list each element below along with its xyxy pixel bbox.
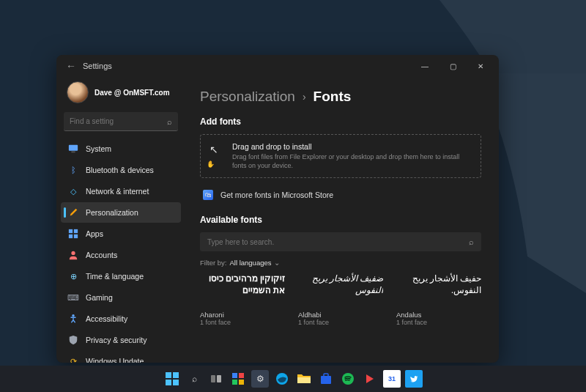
sidebar-item-label: Network & internet xyxy=(86,187,149,196)
sidebar-item-apps[interactable]: Apps xyxy=(61,223,181,244)
twitter-icon[interactable] xyxy=(405,370,423,388)
svg-rect-5 xyxy=(74,234,78,238)
wifi-icon: ◇ xyxy=(68,186,78,196)
svg-rect-8 xyxy=(166,372,171,378)
task-view-icon[interactable] xyxy=(207,370,225,388)
store-icon: 🛍 xyxy=(203,190,213,200)
font-search[interactable]: ⌕ xyxy=(200,232,481,251)
maximize-button[interactable]: ▢ xyxy=(440,57,465,75)
svg-rect-16 xyxy=(232,380,237,385)
svg-rect-3 xyxy=(74,229,78,233)
svg-rect-10 xyxy=(166,380,171,385)
drag-cursor-icon: ↖✋ xyxy=(209,144,223,167)
settings-taskbar-icon[interactable]: ⚙ xyxy=(251,370,269,388)
sidebar-item-personalization[interactable]: Personalization xyxy=(61,202,181,223)
spotify-icon[interactable] xyxy=(339,370,357,388)
back-button[interactable]: ← xyxy=(62,60,80,72)
widgets-icon[interactable] xyxy=(229,370,247,388)
sidebar-item-label: Privacy & security xyxy=(86,336,146,344)
sidebar-item-network[interactable]: ◇ Network & internet xyxy=(61,181,181,201)
font-drop-zone[interactable]: ↖✋ Drag and drop to install Drag font fi… xyxy=(200,134,481,178)
chevron-right-icon: › xyxy=(303,91,306,103)
svg-rect-1 xyxy=(71,152,75,153)
fonts-grid: זיקוקין מרהיבים כיסו את השמיים Aharoni 1… xyxy=(200,273,481,326)
edge-icon[interactable] xyxy=(273,370,291,388)
close-button[interactable]: ✕ xyxy=(468,57,493,75)
store-link[interactable]: 🛍 Get more fonts in Microsoft Store xyxy=(200,185,481,210)
sidebar-item-label: System xyxy=(86,144,111,153)
settings-search-input[interactable] xyxy=(70,117,167,125)
breadcrumb-parent[interactable]: Personalization xyxy=(200,89,295,105)
sidebar-item-label: Bluetooth & devices xyxy=(86,166,154,174)
svg-point-22 xyxy=(342,373,354,385)
font-filter[interactable]: Filter by: All languages ⌄ xyxy=(200,259,481,267)
sidebar-item-accounts[interactable]: Accounts xyxy=(61,245,181,265)
explorer-icon[interactable] xyxy=(295,370,313,388)
sidebar-item-label: Accounts xyxy=(86,251,117,259)
sidebar-item-label: Gaming xyxy=(86,293,113,302)
settings-window: ← Settings ― ▢ ✕ Dave @ OnMSFT.com ⌕ Sys… xyxy=(56,55,499,363)
globe-icon: ⊕ xyxy=(68,271,78,281)
available-fonts-heading: Available fonts xyxy=(200,215,481,225)
sidebar: Dave @ OnMSFT.com ⌕ System ᛒ Bluetooth &… xyxy=(56,77,185,363)
search-icon: ⌕ xyxy=(167,117,172,126)
media-player-icon[interactable] xyxy=(361,370,379,388)
gaming-icon: ⌨ xyxy=(68,292,78,303)
sidebar-item-time[interactable]: ⊕ Time & language xyxy=(61,266,181,286)
drop-zone-title: Drag and drop to install xyxy=(232,142,472,151)
settings-search[interactable]: ⌕ xyxy=(64,112,178,131)
main-content: Personalization › Fonts Add fonts ↖✋ Dra… xyxy=(185,77,499,363)
system-icon xyxy=(68,144,78,154)
font-faces: 1 font face xyxy=(298,319,383,326)
titlebar: ← Settings ― ▢ ✕ xyxy=(56,55,499,77)
font-preview: حفيف الأشجار يريح النفوس. xyxy=(396,273,481,303)
svg-rect-15 xyxy=(239,373,244,378)
svg-rect-9 xyxy=(173,372,179,378)
page-title: Fonts xyxy=(314,89,352,105)
font-faces: 1 font face xyxy=(396,319,481,326)
sidebar-item-label: Personalization xyxy=(86,208,138,217)
window-title: Settings xyxy=(83,62,112,70)
drop-zone-description: Drag font files from File Explorer or yo… xyxy=(232,152,472,170)
accessibility-icon xyxy=(68,314,78,324)
chevron-down-icon: ⌄ xyxy=(274,259,280,267)
font-name: Aharoni xyxy=(200,311,285,319)
sidebar-item-gaming[interactable]: ⌨ Gaming xyxy=(61,287,181,308)
sidebar-item-system[interactable]: System xyxy=(61,138,181,159)
search-icon: ⌕ xyxy=(469,237,474,246)
svg-rect-12 xyxy=(211,375,215,382)
store-link-label: Get more fonts in Microsoft Store xyxy=(220,191,333,199)
start-button[interactable] xyxy=(163,370,181,388)
sidebar-item-label: Apps xyxy=(86,229,103,238)
store-taskbar-icon[interactable] xyxy=(317,370,335,388)
font-card-aldhabi[interactable]: ضفيف الأشجار يربح النفوس Aldhabi 1 font … xyxy=(298,273,383,326)
taskbar-search-icon[interactable]: ⌕ xyxy=(185,370,203,388)
svg-rect-14 xyxy=(232,373,237,378)
sidebar-item-accessibility[interactable]: Accessibility xyxy=(61,308,181,329)
apps-icon xyxy=(68,229,78,239)
font-name: Aldhabi xyxy=(298,311,383,319)
add-fonts-heading: Add fonts xyxy=(200,117,481,127)
profile[interactable]: Dave @ OnMSFT.com xyxy=(59,77,182,112)
filter-label: Filter by: xyxy=(200,259,226,267)
svg-point-7 xyxy=(72,314,75,317)
sidebar-item-bluetooth[interactable]: ᛒ Bluetooth & devices xyxy=(61,160,181,180)
calendar-icon[interactable]: 31 xyxy=(383,370,401,388)
taskbar: ⌕ ⚙ 31 xyxy=(0,366,586,392)
sidebar-item-update[interactable]: ⟳ Windows Update xyxy=(61,351,181,363)
font-preview: זיקוקין מרהיבים כיסו את השמיים xyxy=(200,273,285,303)
font-card-aharoni[interactable]: זיקוקין מרהיבים כיסו את השמיים Aharoni 1… xyxy=(200,273,285,326)
bluetooth-icon: ᛒ xyxy=(68,165,78,175)
font-faces: 1 font face xyxy=(200,319,285,326)
sidebar-item-label: Accessibility xyxy=(86,314,127,323)
svg-rect-0 xyxy=(69,145,78,151)
svg-point-6 xyxy=(71,251,75,255)
filter-value: All languages xyxy=(229,259,271,267)
svg-rect-17 xyxy=(239,380,244,385)
font-card-andalus[interactable]: حفيف الأشجار يريح النفوس. Andalus 1 font… xyxy=(396,273,481,326)
font-search-input[interactable] xyxy=(207,238,469,246)
sidebar-item-privacy[interactable]: Privacy & security xyxy=(61,330,181,350)
update-icon: ⟳ xyxy=(68,356,78,363)
minimize-button[interactable]: ― xyxy=(412,57,437,75)
username: Dave @ OnMSFT.com xyxy=(94,89,170,97)
